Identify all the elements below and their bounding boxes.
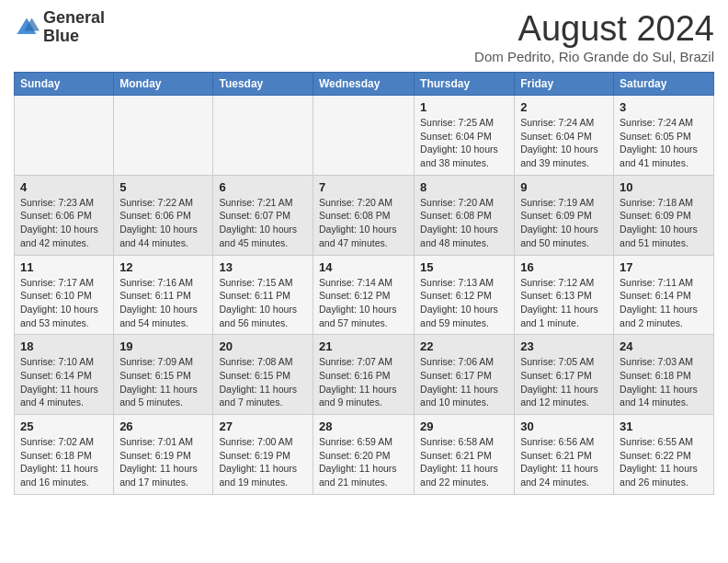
day-cell-2-2: 13Sunrise: 7:15 AMSunset: 6:11 PMDayligh… bbox=[213, 255, 313, 335]
day-number: 19 bbox=[119, 339, 207, 353]
day-info: Sunrise: 7:03 AMSunset: 6:18 PMDaylight:… bbox=[620, 355, 708, 409]
day-number: 29 bbox=[420, 419, 508, 433]
day-number: 15 bbox=[420, 260, 508, 274]
page-header: General Blue August 2024 Dom Pedrito, Ri… bbox=[14, 9, 714, 64]
calendar-table: Sunday Monday Tuesday Wednesday Thursday… bbox=[14, 72, 714, 495]
day-cell-3-5: 23Sunrise: 7:05 AMSunset: 6:17 PMDayligh… bbox=[515, 335, 614, 415]
logo: General Blue bbox=[14, 9, 105, 46]
day-number: 1 bbox=[420, 100, 508, 114]
day-info: Sunrise: 7:24 AMSunset: 6:04 PMDaylight:… bbox=[520, 116, 608, 170]
day-cell-4-3: 28Sunrise: 6:59 AMSunset: 6:20 PMDayligh… bbox=[313, 415, 414, 495]
day-info: Sunrise: 7:16 AMSunset: 6:11 PMDaylight:… bbox=[119, 276, 207, 330]
day-cell-0-1 bbox=[114, 96, 213, 176]
day-number: 7 bbox=[319, 180, 408, 194]
day-info: Sunrise: 7:20 AMSunset: 6:08 PMDaylight:… bbox=[319, 196, 408, 250]
day-info: Sunrise: 7:09 AMSunset: 6:15 PMDaylight:… bbox=[119, 355, 207, 409]
day-cell-2-1: 12Sunrise: 7:16 AMSunset: 6:11 PMDayligh… bbox=[114, 255, 213, 335]
day-number: 30 bbox=[520, 419, 608, 433]
day-cell-4-0: 25Sunrise: 7:02 AMSunset: 6:18 PMDayligh… bbox=[15, 415, 114, 495]
day-number: 5 bbox=[119, 180, 207, 194]
day-cell-0-6: 3Sunrise: 7:24 AMSunset: 6:05 PMDaylight… bbox=[614, 96, 714, 176]
day-info: Sunrise: 6:56 AMSunset: 6:21 PMDaylight:… bbox=[520, 435, 608, 489]
day-info: Sunrise: 7:15 AMSunset: 6:11 PMDaylight:… bbox=[219, 276, 307, 330]
day-cell-1-0: 4Sunrise: 7:23 AMSunset: 6:06 PMDaylight… bbox=[15, 175, 114, 255]
day-info: Sunrise: 7:17 AMSunset: 6:10 PMDaylight:… bbox=[20, 276, 108, 330]
logo-line1: General bbox=[43, 9, 105, 28]
day-info: Sunrise: 7:08 AMSunset: 6:15 PMDaylight:… bbox=[219, 355, 307, 409]
day-number: 13 bbox=[219, 260, 307, 274]
week-row-4: 18Sunrise: 7:10 AMSunset: 6:14 PMDayligh… bbox=[15, 335, 714, 415]
day-cell-3-2: 20Sunrise: 7:08 AMSunset: 6:15 PMDayligh… bbox=[213, 335, 313, 415]
day-number: 6 bbox=[219, 180, 307, 194]
day-cell-2-5: 16Sunrise: 7:12 AMSunset: 6:13 PMDayligh… bbox=[515, 255, 614, 335]
day-info: Sunrise: 7:11 AMSunset: 6:14 PMDaylight:… bbox=[620, 276, 708, 330]
col-tuesday: Tuesday bbox=[213, 73, 313, 96]
day-info: Sunrise: 7:21 AMSunset: 6:07 PMDaylight:… bbox=[219, 196, 307, 250]
day-number: 28 bbox=[319, 419, 408, 433]
day-cell-2-6: 17Sunrise: 7:11 AMSunset: 6:14 PMDayligh… bbox=[614, 255, 714, 335]
day-number: 27 bbox=[219, 419, 307, 433]
day-cell-0-4: 1Sunrise: 7:25 AMSunset: 6:04 PMDaylight… bbox=[415, 96, 515, 176]
col-thursday: Thursday bbox=[415, 73, 515, 96]
col-friday: Friday bbox=[515, 73, 614, 96]
day-info: Sunrise: 6:58 AMSunset: 6:21 PMDaylight:… bbox=[420, 435, 508, 489]
day-cell-1-4: 8Sunrise: 7:20 AMSunset: 6:08 PMDaylight… bbox=[415, 175, 515, 255]
day-number: 25 bbox=[20, 419, 108, 433]
day-info: Sunrise: 7:24 AMSunset: 6:05 PMDaylight:… bbox=[620, 116, 708, 170]
day-number: 22 bbox=[420, 339, 508, 353]
day-cell-0-0 bbox=[15, 96, 114, 176]
day-number: 21 bbox=[319, 339, 408, 353]
week-row-2: 4Sunrise: 7:23 AMSunset: 6:06 PMDaylight… bbox=[15, 175, 714, 255]
day-number: 2 bbox=[520, 100, 608, 114]
month-title: August 2024 bbox=[474, 9, 714, 49]
day-number: 31 bbox=[620, 419, 708, 433]
day-info: Sunrise: 7:25 AMSunset: 6:04 PMDaylight:… bbox=[420, 116, 508, 170]
day-cell-4-6: 31Sunrise: 6:55 AMSunset: 6:22 PMDayligh… bbox=[614, 415, 714, 495]
location-subtitle: Dom Pedrito, Rio Grande do Sul, Brazil bbox=[474, 49, 714, 64]
week-row-3: 11Sunrise: 7:17 AMSunset: 6:10 PMDayligh… bbox=[15, 255, 714, 335]
day-cell-1-2: 6Sunrise: 7:21 AMSunset: 6:07 PMDaylight… bbox=[213, 175, 313, 255]
col-wednesday: Wednesday bbox=[313, 73, 414, 96]
day-number: 24 bbox=[620, 339, 708, 353]
day-number: 23 bbox=[520, 339, 608, 353]
logo-line2: Blue bbox=[43, 28, 105, 46]
day-info: Sunrise: 7:02 AMSunset: 6:18 PMDaylight:… bbox=[20, 435, 108, 489]
day-number: 14 bbox=[319, 260, 408, 274]
day-number: 3 bbox=[620, 100, 708, 114]
day-cell-3-0: 18Sunrise: 7:10 AMSunset: 6:14 PMDayligh… bbox=[15, 335, 114, 415]
day-number: 26 bbox=[119, 419, 207, 433]
day-cell-2-4: 15Sunrise: 7:13 AMSunset: 6:12 PMDayligh… bbox=[415, 255, 515, 335]
logo-icon bbox=[14, 15, 40, 40]
day-number: 8 bbox=[420, 180, 508, 194]
day-cell-3-1: 19Sunrise: 7:09 AMSunset: 6:15 PMDayligh… bbox=[114, 335, 213, 415]
calendar-header: Sunday Monday Tuesday Wednesday Thursday… bbox=[15, 73, 714, 96]
day-number: 17 bbox=[620, 260, 708, 274]
header-row: Sunday Monday Tuesday Wednesday Thursday… bbox=[15, 73, 714, 96]
day-info: Sunrise: 7:20 AMSunset: 6:08 PMDaylight:… bbox=[420, 196, 508, 250]
day-cell-0-3 bbox=[313, 96, 414, 176]
day-info: Sunrise: 7:06 AMSunset: 6:17 PMDaylight:… bbox=[420, 355, 508, 409]
col-sunday: Sunday bbox=[15, 73, 114, 96]
day-number: 4 bbox=[20, 180, 108, 194]
day-cell-1-1: 5Sunrise: 7:22 AMSunset: 6:06 PMDaylight… bbox=[114, 175, 213, 255]
day-number: 12 bbox=[119, 260, 207, 274]
logo-text: General Blue bbox=[43, 9, 105, 46]
day-info: Sunrise: 6:59 AMSunset: 6:20 PMDaylight:… bbox=[319, 435, 408, 489]
day-info: Sunrise: 7:07 AMSunset: 6:16 PMDaylight:… bbox=[319, 355, 408, 409]
calendar-body: 1Sunrise: 7:25 AMSunset: 6:04 PMDaylight… bbox=[15, 96, 714, 495]
day-cell-4-1: 26Sunrise: 7:01 AMSunset: 6:19 PMDayligh… bbox=[114, 415, 213, 495]
day-cell-1-6: 10Sunrise: 7:18 AMSunset: 6:09 PMDayligh… bbox=[614, 175, 714, 255]
day-number: 18 bbox=[20, 339, 108, 353]
day-info: Sunrise: 7:14 AMSunset: 6:12 PMDaylight:… bbox=[319, 276, 408, 330]
day-cell-2-3: 14Sunrise: 7:14 AMSunset: 6:12 PMDayligh… bbox=[313, 255, 414, 335]
day-cell-4-4: 29Sunrise: 6:58 AMSunset: 6:21 PMDayligh… bbox=[415, 415, 515, 495]
day-number: 9 bbox=[520, 180, 608, 194]
day-cell-4-5: 30Sunrise: 6:56 AMSunset: 6:21 PMDayligh… bbox=[515, 415, 614, 495]
title-block: August 2024 Dom Pedrito, Rio Grande do S… bbox=[474, 9, 714, 64]
day-cell-0-5: 2Sunrise: 7:24 AMSunset: 6:04 PMDaylight… bbox=[515, 96, 614, 176]
day-info: Sunrise: 6:55 AMSunset: 6:22 PMDaylight:… bbox=[620, 435, 708, 489]
col-monday: Monday bbox=[114, 73, 213, 96]
day-number: 11 bbox=[20, 260, 108, 274]
day-cell-3-6: 24Sunrise: 7:03 AMSunset: 6:18 PMDayligh… bbox=[614, 335, 714, 415]
day-info: Sunrise: 7:22 AMSunset: 6:06 PMDaylight:… bbox=[119, 196, 207, 250]
